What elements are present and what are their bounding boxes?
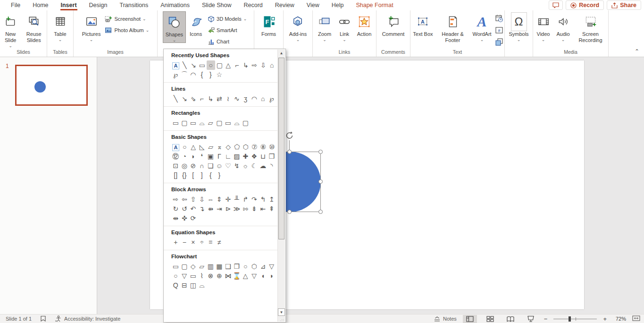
shape-left-arrow-callout[interactable]: ⇤	[259, 204, 268, 213]
shape-multiply[interactable]: ×	[189, 238, 198, 247]
object-button[interactable]	[494, 37, 504, 47]
shape-curve[interactable]: ⌒	[180, 70, 189, 79]
shape-teardrop[interactable]: ❛	[198, 152, 207, 161]
shape-diamond[interactable]: ◇	[224, 142, 233, 152]
slide-thumbnail[interactable]	[15, 65, 88, 106]
shape-block-arrow-right[interactable]: ⇨	[250, 60, 259, 70]
shape-flowchart-decision[interactable]: ◇	[189, 262, 198, 271]
menu-resize-grip[interactable]: .::	[280, 318, 284, 322]
zoom-slider-thumb[interactable]	[569, 316, 571, 322]
tab-slide-show[interactable]: Slide Show	[196, 0, 238, 10]
shape-flowchart-collate[interactable]: ⋈	[224, 271, 233, 280]
forms-button[interactable]: F Forms	[259, 11, 279, 37]
shape-flowchart-extract[interactable]: △	[241, 271, 250, 280]
shape-minus[interactable]: −	[180, 238, 189, 247]
shape-isosceles-triangle[interactable]: △	[189, 142, 198, 152]
shape-bent-up-arrow[interactable]: ↥	[268, 195, 276, 204]
shape-sun[interactable]: ☼	[241, 161, 250, 170]
shape-curved-double-arrow-connector[interactable]: ʒ	[241, 94, 250, 103]
shape-flowchart-document[interactable]: ❑	[224, 262, 233, 271]
shape-arc[interactable]: ◠	[189, 70, 198, 79]
tab-view[interactable]: View	[301, 0, 326, 10]
shape-left-brace[interactable]: {	[198, 70, 207, 79]
shape-line[interactable]: ╲	[171, 94, 180, 103]
shape-curved-arrow-connector[interactable]: ∿	[233, 94, 242, 103]
shape-oval[interactable]: ○	[207, 60, 216, 70]
shape-cloud[interactable]: ☁	[259, 161, 268, 170]
shape-arrow-up-down[interactable]: ⇕	[215, 195, 224, 204]
handle-top-center[interactable]	[287, 150, 292, 154]
handle-top-right[interactable]	[318, 150, 323, 154]
shape-flowchart-data[interactable]: ▱	[198, 262, 207, 271]
shape-flowchart-connector[interactable]: ○	[171, 271, 180, 280]
shape-text-box[interactable]: A	[172, 144, 179, 151]
shape-flowchart-magnetic-disk[interactable]: ⊟	[180, 280, 189, 290]
reading-view-button[interactable]	[503, 315, 518, 323]
shape-right-bracket[interactable]: ]	[198, 170, 207, 180]
icons-button[interactable]: Icons	[186, 11, 206, 37]
shape-heart[interactable]: ♡	[224, 161, 233, 170]
shape-pie[interactable]: ◔	[180, 152, 189, 161]
accessibility-button[interactable]: Accessibility: Investigate	[55, 315, 120, 322]
shape-flowchart-manual-input[interactable]: ⊿	[259, 262, 268, 271]
tab-transitions[interactable]: Transitions	[113, 0, 154, 10]
shape-flowchart-sequential-access-storage[interactable]: Q	[171, 280, 180, 290]
shape-scribble[interactable]: ℘	[268, 94, 276, 103]
shape-parallelogram[interactable]: ▱	[207, 142, 216, 152]
shape-snip-and-round-single-corner-rectangle[interactable]: ▢	[215, 118, 224, 128]
shape-curved-left-arrow[interactable]: ↺	[180, 204, 189, 213]
3d-models-button[interactable]: 3D Models ⌄	[206, 14, 249, 24]
shape-can[interactable]: ⊔	[259, 152, 268, 161]
table-button[interactable]: Table ⌄	[50, 11, 70, 42]
photo-album-button[interactable]: Photo Album ⌄	[103, 25, 151, 35]
action-button[interactable]: Action	[354, 11, 374, 37]
shape-left-up-arrow[interactable]: ↰	[259, 195, 268, 204]
smartart-button[interactable]: SmartArt	[206, 25, 249, 35]
link-button[interactable]: Link ⌄	[335, 11, 354, 42]
shape-donut[interactable]: ◎	[180, 161, 189, 170]
audio-button[interactable]: Audio ⌄	[553, 11, 573, 42]
shape-flowchart-merge[interactable]: ▽	[250, 271, 259, 280]
shape-up-arrow-callout[interactable]: ⇞	[268, 204, 276, 213]
shape-heptagon[interactable]: ⑦	[250, 142, 259, 152]
shape-block-arc[interactable]: ∩	[198, 161, 207, 170]
shape-isosceles-triangle[interactable]: △	[224, 60, 233, 70]
slide-sorter-view-button[interactable]	[483, 315, 497, 323]
shape-double-brace[interactable]: {}	[180, 170, 189, 180]
shape-octagon[interactable]: ⑧	[259, 142, 268, 152]
tab-animations[interactable]: Animations	[154, 0, 196, 10]
slide-show-button[interactable]	[524, 315, 538, 323]
shape-flowchart-direct-access-storage[interactable]: ◫	[189, 280, 198, 290]
shape-no-symbol[interactable]: ⊘	[189, 161, 198, 170]
date-time-button[interactable]	[494, 13, 504, 24]
shape-down-arrow-callout[interactable]: ⇟	[250, 204, 259, 213]
record-button[interactable]: Record	[566, 0, 604, 10]
shape-flowchart-terminator[interactable]: ○	[241, 262, 250, 271]
shape-pentagon-arrow[interactable]: ⊳	[224, 204, 233, 213]
shape-elbow-arrow-connector[interactable]: ↳	[206, 94, 215, 103]
zoom-percentage[interactable]: 72%	[613, 316, 626, 322]
shape-bent-arrow[interactable]: ↱	[241, 195, 250, 204]
shape-cross[interactable]: ✚	[241, 152, 250, 161]
shape-line-arrow[interactable]: ↘	[189, 60, 198, 70]
shape-rectangle[interactable]: ▭	[198, 60, 207, 70]
shape-circular-arrow[interactable]: ⟳	[189, 213, 198, 223]
handle-bottom-center[interactable]	[287, 210, 292, 214]
shape-star-5-point[interactable]: ☆	[215, 70, 224, 79]
shape-flowchart-or[interactable]: ⊕	[215, 271, 224, 280]
tab-file[interactable]: File	[5, 0, 26, 10]
shape-half-frame[interactable]: Γ	[215, 152, 224, 161]
shape-right-brace[interactable]: }	[206, 70, 215, 79]
shape-plus[interactable]: +	[171, 238, 180, 247]
shape-notched-right-arrow[interactable]: ⇥	[215, 204, 224, 213]
shape-elbow-connector[interactable]: ⌐	[198, 94, 207, 103]
collapse-ribbon-button[interactable]: ⌃	[635, 48, 639, 55]
shape-trapezoid[interactable]: ⌅	[215, 142, 224, 152]
shape-l-shape[interactable]: ∟	[224, 152, 233, 161]
tab-record[interactable]: Record	[238, 0, 269, 10]
pictures-button[interactable]: Pictures ⌄	[80, 11, 103, 42]
shape-bevel[interactable]: ⊡	[171, 161, 180, 170]
shape-round-single-corner-rectangle[interactable]: ▭	[224, 118, 233, 128]
zoom-button[interactable]: Zoom ⌄	[315, 11, 335, 42]
shape-frame[interactable]: ▣	[206, 152, 215, 161]
